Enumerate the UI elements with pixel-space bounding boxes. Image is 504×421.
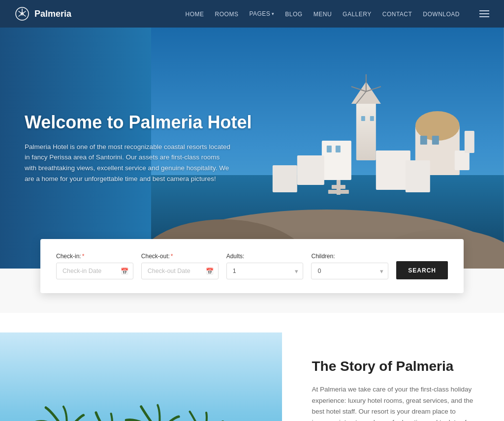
children-wrapper: 0 1 2 3 4 ▾ <box>311 263 388 279</box>
nav-blog[interactable]: BLOG <box>285 11 302 18</box>
checkout-field: Check-out:* 📅 <box>141 253 219 279</box>
adults-label: Adults: <box>226 253 304 260</box>
hamburger-line-3 <box>479 16 489 17</box>
navbar: Palmeria HOME ROOMS PAGES ▾ BLOG MENU GA… <box>0 0 504 28</box>
story-text: At Palmeria we take care of your the fir… <box>312 384 479 421</box>
hero-description: Palmeria Hotel is one of the most recogn… <box>25 142 231 184</box>
children-field: Children: 0 1 2 3 4 ▾ <box>311 253 388 279</box>
hero-section: Welcome to Palmeria Hotel Palmeria Hotel… <box>0 28 504 269</box>
brand[interactable]: Palmeria <box>15 6 71 21</box>
brand-icon <box>15 6 30 21</box>
pages-dropdown-icon: ▾ <box>272 11 274 16</box>
nav-pages[interactable]: PAGES <box>249 10 270 17</box>
story-image-inner <box>0 332 282 421</box>
booking-bar: Check-in:* 📅 Check-out:* 📅 Adults: <box>40 239 464 293</box>
nav-rooms[interactable]: ROOMS <box>215 11 239 18</box>
checkout-label: Check-out:* <box>141 253 219 260</box>
children-select[interactable]: 0 1 2 3 4 <box>311 263 388 279</box>
story-content: The Story of Palmeria At Palmeria we tak… <box>282 332 504 421</box>
story-section: The Story of Palmeria At Palmeria we tak… <box>0 332 504 421</box>
adults-field: Adults: 1 2 3 4 5 ▾ <box>226 253 304 279</box>
nav-links: HOME ROOMS PAGES ▾ BLOG MENU GALLERY CON… <box>186 9 489 18</box>
booking-fields: Check-in:* 📅 Check-out:* 📅 Adults: <box>56 253 448 279</box>
nav-gallery[interactable]: GALLERY <box>343 11 372 18</box>
nav-home[interactable]: HOME <box>186 11 204 18</box>
hamburger-line-1 <box>479 10 489 11</box>
children-label: Children: <box>311 253 388 260</box>
checkin-wrapper: 📅 <box>56 263 133 279</box>
adults-select[interactable]: 1 2 3 4 5 <box>226 263 304 279</box>
hamburger-menu[interactable] <box>479 10 489 17</box>
hero-title: Welcome to Palmeria Hotel <box>25 112 271 133</box>
nav-contact[interactable]: CONTACT <box>382 11 412 18</box>
adults-wrapper: 1 2 3 4 5 ▾ <box>226 263 304 279</box>
checkout-input[interactable] <box>141 263 219 279</box>
checkin-input[interactable] <box>56 263 133 279</box>
checkin-label: Check-in:* <box>56 253 133 260</box>
search-button[interactable]: SEARCH <box>396 261 448 279</box>
checkout-wrapper: 📅 <box>141 263 219 279</box>
story-image <box>0 332 282 421</box>
checkin-field: Check-in:* 📅 <box>56 253 133 279</box>
nav-download[interactable]: DOWNLOAD <box>423 11 460 18</box>
hero-content: Welcome to Palmeria Hotel Palmeria Hotel… <box>0 28 504 269</box>
story-title: The Story of Palmeria <box>312 359 479 374</box>
hamburger-line-2 <box>479 13 489 14</box>
nav-menu[interactable]: MENU <box>314 11 332 18</box>
brand-name: Palmeria <box>34 9 71 19</box>
